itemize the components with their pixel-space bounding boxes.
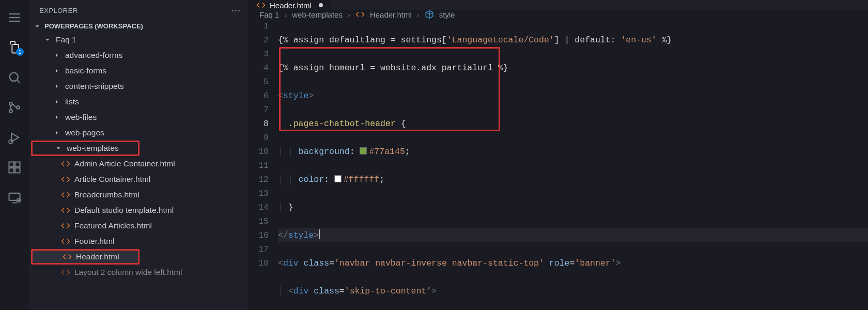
folder-basic-forms[interactable]: basic-forms bbox=[31, 63, 248, 79]
file-breadcrumbs[interactable]: Breadcrumbs.html bbox=[31, 187, 248, 203]
run-debug-icon[interactable] bbox=[7, 130, 22, 145]
code-text: < bbox=[278, 258, 283, 268]
file-label: Admin Article Container.html bbox=[74, 159, 175, 168]
workspace-section[interactable]: POWERPAGES (WORKSPACE) bbox=[29, 20, 248, 32]
html-file-icon bbox=[61, 206, 70, 215]
file-footer[interactable]: Footer.html bbox=[31, 234, 248, 249]
extensions-icon[interactable] bbox=[7, 160, 22, 175]
chevron-right-icon bbox=[53, 129, 61, 136]
sidebar-more-icon[interactable]: ··· bbox=[231, 5, 241, 16]
code-text: = bbox=[329, 258, 334, 268]
color-swatch-icon bbox=[360, 147, 367, 154]
file-label: Footer.html bbox=[74, 237, 115, 246]
breadcrumb-seg[interactable]: Faq 1 bbox=[259, 10, 279, 19]
svg-rect-11 bbox=[9, 168, 14, 173]
code-text: 'navbar navbar-inverse navbar-static-top… bbox=[334, 258, 544, 268]
folder-label: lists bbox=[65, 97, 79, 106]
code-text: div bbox=[283, 258, 299, 268]
svg-point-7 bbox=[17, 106, 20, 109]
file-admin-article[interactable]: Admin Article Container.html bbox=[31, 156, 248, 172]
chevron-right-icon: › bbox=[417, 10, 420, 19]
breadcrumb-seg[interactable]: style bbox=[439, 10, 455, 19]
file-label: Breadcrumbs.html bbox=[74, 190, 140, 199]
file-label: Header.html bbox=[76, 252, 119, 261]
svg-point-6 bbox=[9, 110, 12, 113]
file-tree: Faq 1 advanced-forms basic-forms content… bbox=[29, 32, 248, 280]
file-layout-2col[interactable]: Layout 2 column wide left.html bbox=[31, 265, 248, 280]
code-text: </ bbox=[278, 230, 288, 240]
file-featured-articles[interactable]: Featured Articles.html bbox=[31, 218, 248, 234]
chevron-right-icon bbox=[53, 98, 61, 105]
folder-label: web-pages bbox=[65, 128, 104, 137]
folder-label: web-templates bbox=[67, 144, 119, 153]
folder-lists[interactable]: lists bbox=[31, 94, 248, 110]
code-text: > bbox=[314, 230, 319, 240]
chevron-down-icon bbox=[54, 145, 63, 152]
code-text bbox=[544, 258, 549, 268]
svg-point-3 bbox=[10, 73, 18, 81]
search-icon[interactable] bbox=[7, 70, 22, 85]
file-label: Layout 2 column wide left.html bbox=[74, 268, 182, 277]
file-label: Default studio template.html bbox=[74, 206, 174, 215]
sidebar-title: EXPLORER bbox=[39, 7, 78, 14]
source-control-icon[interactable] bbox=[7, 100, 22, 115]
code-text: 'en-us' bbox=[621, 35, 656, 45]
explorer-icon[interactable]: 1 bbox=[7, 40, 22, 55]
chevron-right-icon: › bbox=[348, 10, 350, 19]
code-text: 'LanguageLocale/Code' bbox=[447, 35, 554, 45]
editor-area: Header.html Faq 1 › web-templates › Head… bbox=[248, 0, 868, 310]
chevron-right-icon bbox=[53, 83, 61, 90]
code-text: #ffffff bbox=[344, 175, 379, 184]
folder-web-files[interactable]: web-files bbox=[31, 110, 248, 125]
folder-web-templates[interactable]: web-templates bbox=[31, 141, 140, 156]
html-file-icon bbox=[61, 268, 70, 277]
folder-advanced-forms[interactable]: advanced-forms bbox=[31, 48, 248, 63]
svg-rect-14 bbox=[9, 193, 20, 200]
svg-rect-12 bbox=[15, 168, 20, 173]
html-file-icon bbox=[61, 190, 70, 199]
file-article-container[interactable]: Article Container.html bbox=[31, 172, 248, 187]
file-default-studio[interactable]: Default studio template.html bbox=[31, 203, 248, 218]
code-text: 'banner' bbox=[575, 258, 615, 268]
folder-faq1[interactable]: Faq 1 bbox=[31, 32, 248, 48]
folder-web-pages[interactable]: web-pages bbox=[31, 125, 248, 141]
explorer-badge: 1 bbox=[16, 48, 24, 56]
file-label: Featured Articles.html bbox=[74, 221, 152, 230]
chevron-right-icon bbox=[53, 114, 61, 121]
folder-content-snippets[interactable]: content-snippets bbox=[31, 79, 248, 94]
tab-header-html[interactable]: Header.html bbox=[248, 0, 331, 10]
explorer-sidebar: EXPLORER ··· POWERPAGES (WORKSPACE) Faq … bbox=[29, 0, 248, 310]
section-label: POWERPAGES (WORKSPACE) bbox=[44, 22, 143, 30]
code-text: {% assign defaultlang = settings[ bbox=[278, 35, 447, 45]
svg-rect-10 bbox=[9, 162, 14, 167]
code-text: { bbox=[396, 119, 406, 129]
folder-label: basic-forms bbox=[65, 66, 106, 75]
breadcrumb[interactable]: Faq 1 › web-templates › Header.html › st… bbox=[248, 10, 868, 19]
html-file-icon bbox=[63, 252, 72, 261]
svg-rect-13 bbox=[15, 162, 20, 167]
code-text: class bbox=[314, 286, 339, 296]
remote-icon[interactable] bbox=[7, 190, 22, 205]
chevron-right-icon: › bbox=[284, 10, 287, 19]
color-swatch-icon bbox=[334, 175, 342, 182]
code-text: < bbox=[288, 286, 293, 296]
folder-label: content-snippets bbox=[65, 82, 124, 91]
chevron-right-icon bbox=[53, 52, 61, 59]
svg-point-5 bbox=[9, 102, 12, 105]
chevron-right-icon bbox=[53, 67, 61, 74]
sidebar-header: EXPLORER ··· bbox=[29, 3, 248, 20]
text-cursor-icon bbox=[319, 229, 320, 239]
breadcrumb-seg[interactable]: Header.html bbox=[370, 10, 412, 19]
code-text: ; bbox=[379, 175, 384, 184]
code-text: style bbox=[288, 230, 314, 240]
breadcrumb-seg[interactable]: web-templates bbox=[292, 10, 343, 19]
code-editor[interactable]: 1234 5678 9101112 13141516 1718 {% assig… bbox=[248, 19, 868, 310]
code-lines[interactable]: {% assign defaultlang = settings['Langua… bbox=[278, 19, 868, 310]
code-text: ] | default: bbox=[554, 35, 621, 45]
code-text: 'skip-to-content' bbox=[345, 286, 431, 296]
code-text: = bbox=[339, 286, 345, 296]
file-header[interactable]: Header.html bbox=[31, 249, 140, 265]
code-text: style bbox=[283, 91, 309, 101]
menu-icon[interactable] bbox=[7, 10, 22, 25]
code-text: = bbox=[569, 258, 575, 268]
